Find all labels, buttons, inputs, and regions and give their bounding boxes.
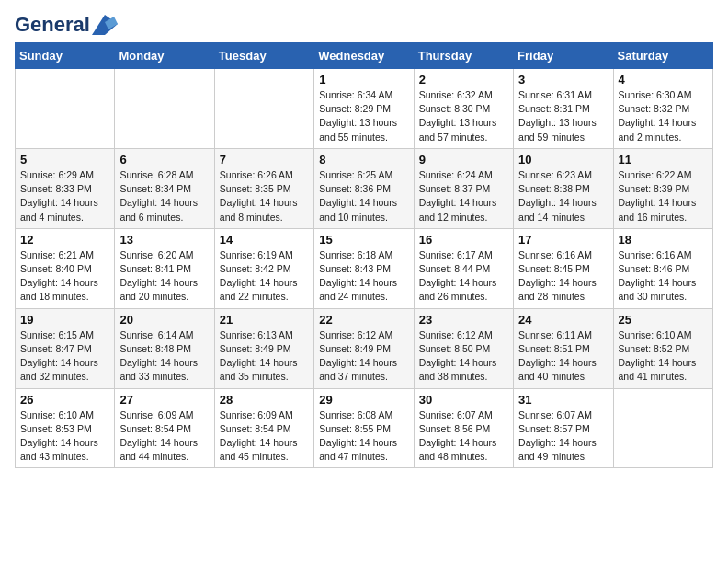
day-info: Sunrise: 6:16 AMSunset: 8:45 PMDaylight:…: [518, 248, 608, 304]
day-number: 8: [319, 153, 408, 167]
logo-text-general: General: [15, 15, 90, 35]
weekday-header-thursday: Thursday: [414, 43, 513, 69]
calendar-cell: 8Sunrise: 6:25 AMSunset: 8:36 PMDaylight…: [314, 148, 414, 228]
day-info: Sunrise: 6:25 AMSunset: 8:36 PMDaylight:…: [319, 168, 408, 224]
logo-icon: [92, 15, 118, 35]
day-number: 14: [220, 233, 309, 247]
day-info: Sunrise: 6:17 AMSunset: 8:44 PMDaylight:…: [419, 248, 508, 304]
calendar-table: SundayMondayTuesdayWednesdayThursdayFrid…: [15, 42, 713, 468]
day-info: Sunrise: 6:19 AMSunset: 8:42 PMDaylight:…: [220, 248, 309, 304]
calendar-week-row: 19Sunrise: 6:15 AMSunset: 8:47 PMDayligh…: [16, 308, 713, 388]
day-info: Sunrise: 6:32 AMSunset: 8:30 PMDaylight:…: [419, 88, 508, 144]
calendar-week-row: 12Sunrise: 6:21 AMSunset: 8:40 PMDayligh…: [16, 228, 713, 308]
logo: General: [15, 15, 118, 31]
day-number: 19: [20, 313, 109, 327]
calendar-cell: [613, 388, 712, 468]
day-number: 23: [419, 313, 508, 327]
calendar-cell: 31Sunrise: 6:07 AMSunset: 8:57 PMDayligh…: [514, 388, 613, 468]
day-number: 16: [419, 233, 508, 247]
day-info: Sunrise: 6:09 AMSunset: 8:54 PMDaylight:…: [220, 408, 309, 465]
weekday-header-saturday: Saturday: [613, 43, 712, 69]
calendar-cell: 10Sunrise: 6:23 AMSunset: 8:38 PMDayligh…: [514, 148, 613, 228]
calendar-cell: 5Sunrise: 6:29 AMSunset: 8:33 PMDaylight…: [16, 148, 115, 228]
calendar-cell: 29Sunrise: 6:08 AMSunset: 8:55 PMDayligh…: [314, 388, 414, 468]
day-info: Sunrise: 6:09 AMSunset: 8:54 PMDaylight:…: [119, 408, 209, 465]
day-info: Sunrise: 6:10 AMSunset: 8:52 PMDaylight:…: [619, 328, 708, 385]
calendar-week-row: 26Sunrise: 6:10 AMSunset: 8:53 PMDayligh…: [16, 388, 713, 468]
weekday-header-friday: Friday: [514, 43, 613, 69]
day-number: 2: [419, 73, 508, 86]
calendar-cell: 3Sunrise: 6:31 AMSunset: 8:31 PMDaylight…: [514, 69, 613, 149]
day-number: 12: [20, 233, 109, 247]
calendar-cell: 20Sunrise: 6:14 AMSunset: 8:48 PMDayligh…: [115, 308, 214, 388]
day-info: Sunrise: 6:08 AMSunset: 8:55 PMDaylight:…: [319, 408, 408, 465]
day-info: Sunrise: 6:23 AMSunset: 8:38 PMDaylight:…: [518, 168, 608, 224]
day-info: Sunrise: 6:29 AMSunset: 8:33 PMDaylight:…: [20, 168, 109, 224]
day-number: 27: [119, 393, 209, 407]
day-info: Sunrise: 6:12 AMSunset: 8:49 PMDaylight:…: [319, 328, 408, 385]
day-info: Sunrise: 6:07 AMSunset: 8:57 PMDaylight:…: [518, 408, 608, 465]
day-info: Sunrise: 6:15 AMSunset: 8:47 PMDaylight:…: [20, 328, 109, 385]
calendar-cell: 26Sunrise: 6:10 AMSunset: 8:53 PMDayligh…: [16, 388, 115, 468]
calendar-cell: 15Sunrise: 6:18 AMSunset: 8:43 PMDayligh…: [314, 228, 414, 308]
calendar-cell: 13Sunrise: 6:20 AMSunset: 8:41 PMDayligh…: [115, 228, 214, 308]
calendar-cell: [115, 69, 214, 149]
day-number: 24: [518, 313, 608, 327]
day-number: 22: [319, 313, 408, 327]
day-number: 4: [619, 73, 708, 86]
calendar-header-row: SundayMondayTuesdayWednesdayThursdayFrid…: [16, 43, 713, 69]
calendar-cell: 9Sunrise: 6:24 AMSunset: 8:37 PMDaylight…: [414, 148, 513, 228]
day-info: Sunrise: 6:26 AMSunset: 8:35 PMDaylight:…: [220, 168, 309, 224]
calendar-cell: 23Sunrise: 6:12 AMSunset: 8:50 PMDayligh…: [414, 308, 513, 388]
weekday-header-sunday: Sunday: [16, 43, 115, 69]
day-info: Sunrise: 6:22 AMSunset: 8:39 PMDaylight:…: [619, 168, 708, 224]
calendar-cell: 1Sunrise: 6:34 AMSunset: 8:29 PMDaylight…: [314, 69, 414, 149]
day-number: 11: [619, 153, 708, 167]
day-number: 20: [119, 313, 209, 327]
calendar-week-row: 5Sunrise: 6:29 AMSunset: 8:33 PMDaylight…: [16, 148, 713, 228]
weekday-header-tuesday: Tuesday: [214, 43, 313, 69]
calendar-cell: 7Sunrise: 6:26 AMSunset: 8:35 PMDaylight…: [214, 148, 313, 228]
calendar-cell: 4Sunrise: 6:30 AMSunset: 8:32 PMDaylight…: [613, 69, 712, 149]
weekday-header-monday: Monday: [115, 43, 214, 69]
calendar-cell: [16, 69, 115, 149]
page-header: General: [15, 15, 713, 31]
calendar-cell: 14Sunrise: 6:19 AMSunset: 8:42 PMDayligh…: [214, 228, 313, 308]
day-info: Sunrise: 6:30 AMSunset: 8:32 PMDaylight:…: [619, 88, 708, 144]
weekday-header-wednesday: Wednesday: [314, 43, 414, 69]
day-info: Sunrise: 6:12 AMSunset: 8:50 PMDaylight:…: [419, 328, 508, 385]
day-number: 25: [619, 313, 708, 327]
day-number: 3: [518, 73, 608, 86]
calendar-cell: 2Sunrise: 6:32 AMSunset: 8:30 PMDaylight…: [414, 69, 513, 149]
day-number: 9: [419, 153, 508, 167]
calendar-cell: 18Sunrise: 6:16 AMSunset: 8:46 PMDayligh…: [613, 228, 712, 308]
day-info: Sunrise: 6:07 AMSunset: 8:56 PMDaylight:…: [419, 408, 508, 465]
day-info: Sunrise: 6:31 AMSunset: 8:31 PMDaylight:…: [518, 88, 608, 144]
day-number: 6: [119, 153, 209, 167]
day-number: 13: [119, 233, 209, 247]
day-number: 10: [518, 153, 608, 167]
day-number: 1: [319, 73, 408, 86]
day-info: Sunrise: 6:11 AMSunset: 8:51 PMDaylight:…: [518, 328, 608, 385]
day-info: Sunrise: 6:13 AMSunset: 8:49 PMDaylight:…: [220, 328, 309, 385]
day-info: Sunrise: 6:20 AMSunset: 8:41 PMDaylight:…: [119, 248, 209, 304]
day-number: 5: [20, 153, 109, 167]
calendar-cell: 24Sunrise: 6:11 AMSunset: 8:51 PMDayligh…: [514, 308, 613, 388]
day-number: 15: [319, 233, 408, 247]
day-number: 21: [220, 313, 309, 327]
calendar-cell: 21Sunrise: 6:13 AMSunset: 8:49 PMDayligh…: [214, 308, 313, 388]
day-number: 30: [419, 393, 508, 407]
calendar-cell: 12Sunrise: 6:21 AMSunset: 8:40 PMDayligh…: [16, 228, 115, 308]
calendar-cell: 6Sunrise: 6:28 AMSunset: 8:34 PMDaylight…: [115, 148, 214, 228]
day-number: 28: [220, 393, 309, 407]
calendar-cell: 27Sunrise: 6:09 AMSunset: 8:54 PMDayligh…: [115, 388, 214, 468]
day-info: Sunrise: 6:28 AMSunset: 8:34 PMDaylight:…: [119, 168, 209, 224]
day-number: 18: [619, 233, 708, 247]
day-number: 26: [20, 393, 109, 407]
day-number: 29: [319, 393, 408, 407]
calendar-cell: 19Sunrise: 6:15 AMSunset: 8:47 PMDayligh…: [16, 308, 115, 388]
calendar-cell: 17Sunrise: 6:16 AMSunset: 8:45 PMDayligh…: [514, 228, 613, 308]
calendar-week-row: 1Sunrise: 6:34 AMSunset: 8:29 PMDaylight…: [16, 69, 713, 149]
day-number: 7: [220, 153, 309, 167]
day-info: Sunrise: 6:18 AMSunset: 8:43 PMDaylight:…: [319, 248, 408, 304]
